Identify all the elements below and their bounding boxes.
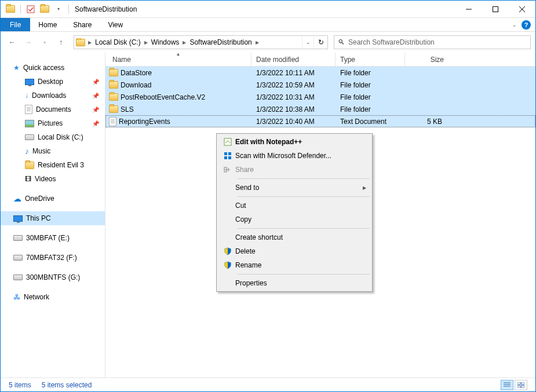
navbar: ← → ▾ ↑ ▶ Local Disk (C:) ▶ Windows ▶ So… bbox=[1, 32, 535, 53]
drive-icon bbox=[25, 134, 34, 140]
folder-icon bbox=[109, 81, 118, 89]
ribbon-tab-view[interactable]: View bbox=[100, 18, 131, 31]
cm-delete[interactable]: Delete bbox=[218, 244, 371, 258]
up-button[interactable]: ↑ bbox=[54, 35, 68, 49]
file-date: 1/3/2022 10:38 AM bbox=[251, 105, 336, 113]
submenu-arrow-icon: ▶ bbox=[363, 185, 371, 190]
qat-divider bbox=[20, 5, 21, 14]
refresh-button[interactable]: ↻ bbox=[313, 36, 327, 49]
maximize-button[interactable] bbox=[482, 1, 509, 18]
file-type: File folder bbox=[336, 93, 405, 101]
cm-edit-notepad[interactable]: Edit with Notepad++ bbox=[218, 135, 371, 149]
view-details-button[interactable] bbox=[501, 380, 513, 390]
drive-icon bbox=[13, 235, 23, 241]
file-row[interactable]: PostRebootEventCache.V21/3/2022 10:31 AM… bbox=[105, 91, 535, 103]
pin-icon: 📌 bbox=[92, 120, 99, 127]
drive-icon bbox=[13, 274, 23, 280]
share-icon bbox=[220, 165, 235, 174]
ribbon-tab-share[interactable]: Share bbox=[65, 18, 100, 31]
videos-icon bbox=[25, 175, 31, 183]
documents-icon bbox=[25, 105, 32, 114]
cm-copy[interactable]: Copy bbox=[218, 213, 371, 226]
cm-separator bbox=[238, 228, 370, 229]
cm-separator bbox=[238, 274, 370, 274]
cm-defender[interactable]: Scan with Microsoft Defender... bbox=[218, 149, 371, 163]
text-document-icon bbox=[109, 117, 116, 126]
qat-dropdown-icon[interactable]: ▾ bbox=[52, 3, 65, 16]
column-headers: ▲Name Date modified Type Size bbox=[105, 53, 535, 67]
nav-videos[interactable]: Videos bbox=[1, 172, 105, 186]
address-bar[interactable]: ▶ Local Disk (C:) ▶ Windows ▶ SoftwareDi… bbox=[74, 35, 328, 49]
breadcrumb-arrow[interactable]: ▶ bbox=[254, 40, 260, 45]
forward-button[interactable]: → bbox=[21, 35, 35, 49]
view-large-icons-button[interactable] bbox=[515, 380, 527, 390]
column-name[interactable]: ▲Name bbox=[105, 53, 251, 66]
sort-ascending-icon: ▲ bbox=[176, 53, 181, 57]
cm-send-to[interactable]: Send to ▶ bbox=[218, 181, 371, 195]
file-size: 5 KB bbox=[405, 118, 444, 126]
pin-icon: 📌 bbox=[92, 79, 99, 85]
back-button[interactable]: ← bbox=[5, 35, 19, 49]
breadcrumb-arrow[interactable]: ▶ bbox=[143, 40, 149, 45]
nav-resident-evil-3[interactable]: Resident Evil 3 bbox=[1, 158, 105, 172]
cm-properties[interactable]: Properties bbox=[218, 276, 371, 290]
qat-newfolder-icon[interactable] bbox=[38, 3, 51, 16]
breadcrumb-arrow[interactable]: ▶ bbox=[87, 40, 93, 45]
ribbon: File Home Share View ⌄ ? bbox=[1, 18, 535, 32]
nav-onedrive[interactable]: OneDrive bbox=[1, 192, 105, 206]
breadcrumb-seg-2[interactable]: SoftwareDistribution bbox=[187, 38, 254, 46]
nav-documents[interactable]: Documents📌 bbox=[1, 102, 105, 116]
nav-desktop[interactable]: Desktop📌 bbox=[1, 75, 105, 89]
defender-icon bbox=[220, 151, 235, 160]
help-icon[interactable]: ? bbox=[522, 20, 531, 30]
file-row[interactable]: DataStore1/3/2022 10:11 AMFile folder bbox=[105, 67, 535, 79]
column-size[interactable]: Size bbox=[405, 53, 449, 66]
folder-icon bbox=[109, 69, 118, 76]
column-type[interactable]: Type bbox=[336, 53, 405, 66]
ribbon-tab-home[interactable]: Home bbox=[30, 18, 65, 31]
nav-quick-access[interactable]: ★ Quick access bbox=[1, 61, 105, 75]
svg-rect-10 bbox=[517, 386, 520, 388]
file-row[interactable]: SLS1/3/2022 10:38 AMFile folder bbox=[105, 103, 535, 115]
downloads-icon bbox=[25, 91, 28, 100]
minimize-button[interactable] bbox=[455, 1, 482, 18]
column-date[interactable]: Date modified bbox=[251, 53, 336, 66]
ribbon-expand-icon[interactable]: ⌄ bbox=[512, 22, 517, 28]
close-button[interactable] bbox=[509, 1, 535, 18]
svg-rect-13 bbox=[224, 152, 227, 155]
svg-rect-12 bbox=[224, 138, 231, 145]
nav-drive-g[interactable]: 300MBNTFS (G:) bbox=[1, 270, 105, 284]
breadcrumb-seg-0[interactable]: Local Disk (C:) bbox=[93, 38, 143, 46]
nav-this-pc[interactable]: This PC bbox=[1, 211, 105, 225]
svg-rect-8 bbox=[517, 382, 520, 384]
nav-music[interactable]: Music bbox=[1, 144, 105, 158]
nav-downloads[interactable]: Downloads📌 bbox=[1, 89, 105, 102]
window-title: SoftwareDistribution bbox=[71, 5, 455, 13]
pin-icon: 📌 bbox=[92, 107, 99, 113]
status-bar: 5 items 5 items selected bbox=[1, 378, 535, 391]
cm-separator bbox=[238, 178, 370, 179]
qat-properties-icon[interactable] bbox=[24, 3, 37, 16]
ribbon-file-tab[interactable]: File bbox=[1, 18, 30, 31]
file-row[interactable]: ReportingEvents1/3/2022 10:40 AMText Doc… bbox=[105, 115, 535, 127]
cm-rename[interactable]: Rename bbox=[218, 258, 371, 272]
search-box[interactable]: 🔍︎ Search SoftwareDistribution bbox=[334, 35, 531, 49]
file-type: File folder bbox=[336, 81, 405, 89]
breadcrumb-seg-1[interactable]: Windows bbox=[149, 38, 182, 46]
shield-icon bbox=[220, 247, 235, 255]
nav-network[interactable]: Network bbox=[1, 290, 105, 304]
drive-icon bbox=[13, 255, 23, 261]
nav-local-disk-c[interactable]: Local Disk (C:) bbox=[1, 130, 105, 144]
address-dropdown-icon[interactable]: ⌄ bbox=[302, 36, 313, 49]
nav-pictures[interactable]: Pictures📌 bbox=[1, 116, 105, 130]
recent-dropdown-icon[interactable]: ▾ bbox=[38, 35, 52, 49]
nav-drive-e[interactable]: 30MBFAT (E:) bbox=[1, 231, 105, 245]
cm-cut[interactable]: Cut bbox=[218, 199, 371, 213]
cm-separator bbox=[238, 196, 370, 197]
file-row[interactable]: Download1/3/2022 10:59 AMFile folder bbox=[105, 79, 535, 91]
shield-icon bbox=[220, 261, 235, 269]
cm-create-shortcut[interactable]: Create shortcut bbox=[218, 230, 371, 244]
breadcrumb-arrow[interactable]: ▶ bbox=[181, 40, 187, 45]
svg-rect-15 bbox=[224, 156, 227, 159]
nav-drive-f[interactable]: 70MBFAT32 (F:) bbox=[1, 251, 105, 265]
